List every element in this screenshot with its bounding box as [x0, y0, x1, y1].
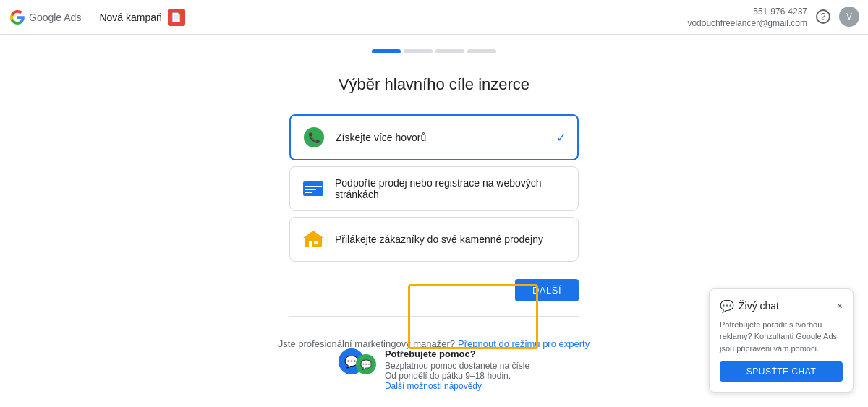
- user-avatar[interactable]: V: [839, 7, 859, 27]
- progress-bar-container: [0, 35, 868, 61]
- option-calls-label: Získejte více hovorů: [336, 132, 550, 143]
- header-right: 551-976-4237 vodouchfreelancer@gmail.com…: [687, 6, 859, 28]
- option-store-label: Přilákejte zákazníky do své kamenné prod…: [335, 234, 566, 245]
- svg-rect-6: [305, 192, 312, 193]
- live-chat-header: 💬 Živý chat ×: [720, 299, 843, 313]
- option-store[interactable]: Přilákejte zákazníky do své kamenné prod…: [289, 217, 579, 262]
- svg-rect-9: [314, 241, 318, 244]
- live-chat-desc: Potřebujete poradit s tvorbou reklamy? K…: [720, 319, 843, 355]
- option-calls-check: ✓: [556, 131, 566, 145]
- help-text-block: Potřebujete pomoc? Bezplatnou pomoc dost…: [385, 348, 529, 391]
- header-phone: 551-976-4237: [687, 6, 807, 18]
- calls-icon: 📞: [302, 126, 326, 149]
- live-chat-title: 💬 Živý chat: [720, 299, 779, 313]
- live-chat-panel: 💬 Živý chat × Potřebujete poradit s tvor…: [709, 288, 854, 393]
- svg-rect-5: [305, 189, 316, 190]
- help-sub-icon: 💬: [356, 354, 376, 374]
- help-icon[interactable]: ?: [816, 9, 830, 24]
- svg-text:📞: 📞: [308, 132, 321, 144]
- sales-icon: [302, 177, 325, 200]
- help-more-link[interactable]: Další možnosti nápovědy: [385, 381, 482, 391]
- campaign-pdf-icon: 📄: [168, 9, 185, 26]
- option-sales-label: Podpořte prodej nebo registrace na webov…: [335, 177, 566, 200]
- next-button[interactable]: DALŠÍ: [515, 279, 579, 301]
- header-phone-email: 551-976-4237 vodouchfreelancer@gmail.com: [687, 6, 807, 28]
- svg-rect-7: [305, 236, 322, 247]
- separator: [289, 316, 579, 317]
- google-ads-logo: Google Ads: [9, 9, 81, 26]
- option-sales[interactable]: Podpořte prodej nebo registrace na webov…: [289, 166, 579, 211]
- live-chat-icon: 💬: [720, 299, 734, 313]
- header-campaign-label: Nová kampaň: [99, 12, 161, 23]
- option-calls[interactable]: 📞 Získejte více hovorů ✓: [289, 114, 579, 160]
- header: Google Ads Nová kampaň 📄 551-976-4237 vo…: [0, 0, 868, 35]
- help-title: Potřebujete pomoc?: [385, 348, 529, 359]
- options-container: 📞 Získejte více hovorů ✓ Podpořte prodej…: [289, 114, 579, 262]
- svg-rect-4: [305, 186, 322, 187]
- page-title: Výběr hlavního cíle inzerce: [339, 75, 529, 94]
- header-email: vodouchfreelancer@gmail.com: [687, 18, 807, 28]
- header-logo-text: Google Ads: [29, 12, 81, 23]
- progress-step-1: [372, 49, 401, 53]
- store-icon: [302, 228, 325, 251]
- progress-step-2: [404, 49, 433, 53]
- google-logo-icon: [9, 9, 26, 26]
- start-chat-button[interactable]: SPUSŤTE CHAT: [720, 361, 843, 382]
- header-divider: [90, 9, 90, 26]
- live-chat-close[interactable]: ×: [837, 300, 843, 312]
- svg-rect-8: [309, 241, 312, 247]
- progress-bar: [372, 49, 496, 53]
- progress-step-4: [467, 49, 496, 53]
- help-free-text: Bezplatnou pomoc dostanete na čísle: [385, 361, 529, 371]
- progress-step-3: [435, 49, 464, 53]
- button-row: DALŠÍ: [289, 279, 579, 301]
- live-chat-title-text: Živý chat: [739, 300, 779, 312]
- svg-marker-10: [303, 231, 323, 238]
- help-box: 💬 💬 Potřebujete pomoc? Bezplatnou pomoc …: [327, 338, 541, 401]
- help-hours: Od pondělí do pátku 9–18 hodin.: [385, 371, 529, 381]
